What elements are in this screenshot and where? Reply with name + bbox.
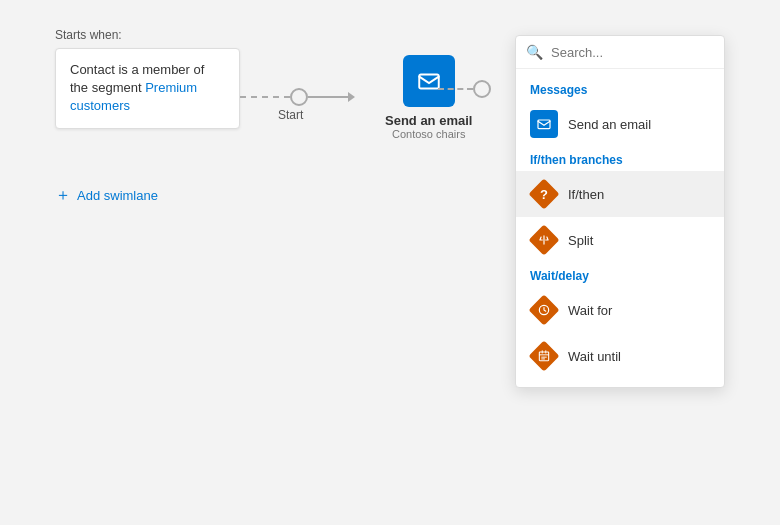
split-icon-container <box>530 226 558 254</box>
send-email-icon <box>536 116 552 132</box>
circle-node-1 <box>290 88 308 106</box>
post-action-connector <box>438 80 491 98</box>
panel-scroll[interactable]: Messages Send an email If/then branches … <box>516 69 724 387</box>
dashed-line-1 <box>240 96 290 98</box>
panel-item-send-email[interactable]: Send an email <box>516 101 724 147</box>
waituntil-label: Wait until <box>568 349 621 364</box>
trigger-card[interactable]: Contact is a member of the segment Premi… <box>55 48 240 129</box>
starts-when-label: Starts when: <box>55 28 122 42</box>
section-header-messages: Messages <box>516 77 724 101</box>
panel-item-ifthen[interactable]: ? If/then <box>516 171 724 217</box>
plus-icon: ＋ <box>55 185 71 206</box>
search-box: 🔍 <box>516 36 724 69</box>
waitfor-label: Wait for <box>568 303 612 318</box>
action-label: Send an email <box>385 113 472 128</box>
send-email-icon-box <box>530 110 558 138</box>
waitfor-icon-container <box>530 296 558 324</box>
panel-item-split[interactable]: Split <box>516 217 724 263</box>
panel-item-waituntil[interactable]: Wait until <box>516 333 724 379</box>
ifthen-label: If/then <box>568 187 604 202</box>
section-header-waitdelay: Wait/delay <box>516 263 724 287</box>
section-header-ifthen: If/then branches <box>516 147 724 171</box>
split-label: Split <box>568 233 593 248</box>
svg-rect-1 <box>538 120 550 129</box>
waituntil-icon-container <box>530 342 558 370</box>
circle-node-2 <box>473 80 491 98</box>
search-icon: 🔍 <box>526 44 543 60</box>
ifthen-icon-container: ? <box>530 180 558 208</box>
split-icon <box>537 233 551 247</box>
ifthen-symbol: ? <box>540 187 548 202</box>
svg-rect-0 <box>419 75 439 89</box>
waituntil-icon <box>537 349 551 363</box>
dashed-line-2 <box>438 88 473 90</box>
start-label: Start <box>278 108 303 122</box>
flow-connector <box>240 88 355 106</box>
waitfor-icon <box>537 303 551 317</box>
add-swimlane-button[interactable]: ＋ Add swimlane <box>55 185 158 206</box>
canvas-area: Starts when: Contact is a member of the … <box>0 0 780 525</box>
arrow-line-1 <box>308 92 355 102</box>
send-email-label: Send an email <box>568 117 651 132</box>
dropdown-panel: 🔍 Messages Send an email If/then branche… <box>515 35 725 388</box>
add-swimlane-label: Add swimlane <box>77 188 158 203</box>
action-sublabel: Contoso chairs <box>392 128 465 140</box>
search-input[interactable] <box>551 45 719 60</box>
panel-item-waitfor[interactable]: Wait for <box>516 287 724 333</box>
